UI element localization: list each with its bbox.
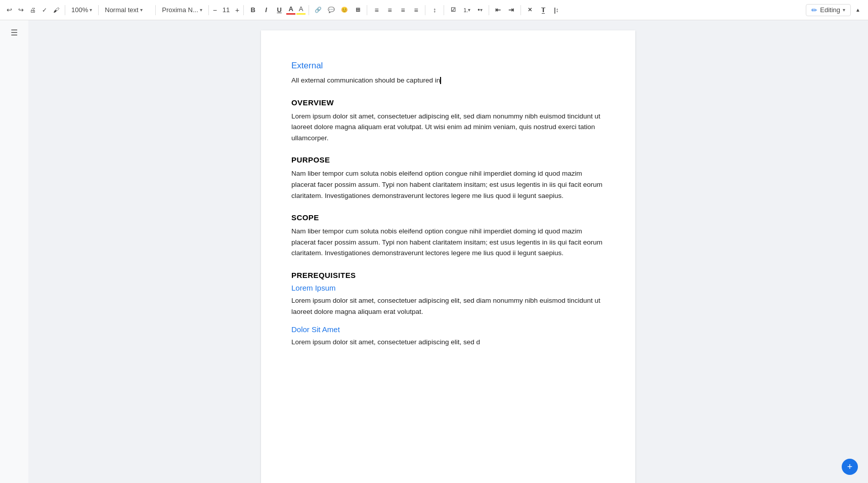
sep11 (520, 5, 521, 15)
sep7 (367, 5, 367, 15)
indent-less-button[interactable]: ⇤ (492, 4, 504, 17)
numbered-list-icon: 1. (463, 7, 468, 13)
highlight-color-button[interactable]: A (296, 5, 306, 15)
section-external: External All external communication shou… (291, 61, 605, 86)
sep10 (489, 5, 489, 15)
insert-image-button[interactable]: ⊞ (352, 4, 364, 17)
numbered-list-select[interactable]: 1. ▾ (460, 6, 473, 15)
left-sidebar: ☰ (0, 20, 28, 483)
style-select[interactable]: Normal text ▾ (102, 5, 152, 15)
plus-icon: + (847, 462, 853, 471)
font-size-increase-button[interactable]: + (234, 6, 240, 14)
font-size-input[interactable] (219, 6, 234, 14)
heading-lorem-ipsum: Lorem Ipsum (291, 284, 605, 292)
spelling-button[interactable]: ✓ (39, 5, 50, 15)
body-overview: Lorem ipsum dolor sit amet, consectetuer… (291, 111, 605, 144)
sep6 (309, 5, 309, 15)
document-page: External All external communication shou… (261, 30, 635, 483)
sep5 (243, 5, 244, 15)
body-lorem-ipsum: Lorem ipsum dolor sit amet, consectetuer… (291, 295, 605, 317)
body-scope: Nam liber tempor cum soluta nobis eleife… (291, 226, 605, 259)
heading-prerequisites: PREREQUISITES (291, 271, 605, 279)
editing-mode-button[interactable]: ✏ Editing ▾ (806, 4, 851, 16)
format-options-button[interactable]: T̲ (537, 4, 549, 17)
zoom-arrow-icon: ▾ (90, 7, 92, 13)
main-area: ☰ External All external communication sh… (0, 20, 868, 483)
subsection-lorem-ipsum: Lorem Ipsum Lorem ipsum dolor sit amet, … (291, 284, 605, 317)
sep2 (98, 5, 99, 15)
sep9 (444, 5, 444, 15)
editing-arrow-icon: ▾ (843, 7, 845, 13)
font-size-decrease-button[interactable]: − (212, 6, 218, 14)
undo-button[interactable]: ↩ (4, 5, 15, 15)
sep3 (155, 5, 156, 15)
outline-toggle-button[interactable]: ☰ (8, 26, 20, 39)
insert-comment-button[interactable]: 💬 (325, 4, 337, 17)
section-prerequisites: PREREQUISITES Lorem Ipsum Lorem ipsum do… (291, 271, 605, 348)
line-height-button[interactable]: ↕ (428, 4, 441, 17)
body-purpose: Nam liber tempor cum soluta nobis eleife… (291, 168, 605, 201)
floating-action-button[interactable]: + (842, 459, 858, 475)
zoom-select[interactable]: 100% ▾ (68, 5, 95, 15)
section-purpose: PURPOSE Nam liber tempor cum soluta nobi… (291, 155, 605, 201)
body-dolor-sit-amet: Lorem ipsum dolor sit amet, consectetuer… (291, 337, 605, 348)
align-justify-button[interactable]: ≡ (410, 4, 422, 17)
toolbar: ↩ ↪ 🖨 ✓ 🖌 100% ▾ Normal text ▾ Proxima N… (0, 0, 868, 20)
numbered-list-arrow: ▾ (468, 7, 470, 13)
font-value: Proxima N... (162, 6, 198, 14)
zoom-value: 100% (71, 6, 88, 14)
section-overview: OVERVIEW Lorem ipsum dolor sit amet, con… (291, 98, 605, 144)
section-scope: SCOPE Nam liber tempor cum soluta nobis … (291, 213, 605, 259)
editing-label: Editing (820, 6, 840, 14)
text-cursor (440, 77, 441, 84)
checklist-button[interactable]: ☑ (447, 4, 459, 17)
sep4 (208, 5, 209, 15)
body-external[interactable]: All external communication should be cap… (291, 75, 605, 86)
sep1 (65, 5, 65, 15)
paint-format-button[interactable]: 🖌 (51, 5, 62, 15)
bold-button[interactable]: B (247, 4, 259, 17)
font-size-control: − + (212, 6, 240, 14)
sep8 (425, 5, 425, 15)
align-center-button[interactable]: ≡ (383, 4, 396, 17)
bulleted-list-select[interactable]: • ▾ (474, 5, 486, 15)
body-external-text: All external communication should be cap… (291, 76, 440, 84)
text-color-button[interactable]: A (286, 5, 295, 15)
heading-purpose: PURPOSE (291, 155, 605, 164)
bulleted-list-arrow: ▾ (480, 7, 483, 13)
subsection-dolor-sit-amet: Dolor Sit Amet Lorem ipsum dolor sit ame… (291, 325, 605, 348)
font-select[interactable]: Proxima N... ▾ (159, 5, 205, 15)
more-format-button[interactable]: |↕ (550, 4, 562, 17)
collapse-toolbar-button[interactable]: ▲ (852, 4, 864, 17)
style-arrow-icon: ▾ (140, 7, 143, 13)
indent-more-button[interactable]: ⇥ (505, 4, 517, 17)
highlight-color-swatch (296, 13, 306, 15)
heading-scope: SCOPE (291, 213, 605, 222)
align-left-button[interactable]: ≡ (370, 4, 382, 17)
heading-external: External (291, 61, 605, 71)
redo-button[interactable]: ↪ (16, 5, 26, 15)
underline-button[interactable]: U (273, 4, 285, 17)
style-value: Normal text (105, 6, 138, 14)
align-right-button[interactable]: ≡ (397, 4, 409, 17)
italic-button[interactable]: I (260, 4, 272, 17)
text-color-swatch (286, 13, 295, 15)
document-area[interactable]: External All external communication shou… (28, 20, 868, 483)
insert-emoji-button[interactable]: 😊 (338, 4, 351, 17)
pen-icon: ✏ (811, 6, 817, 14)
heading-overview: OVERVIEW (291, 98, 605, 107)
heading-dolor-sit-amet: Dolor Sit Amet (291, 325, 605, 334)
insert-link-button[interactable]: 🔗 (312, 4, 324, 17)
font-arrow-icon: ▾ (200, 7, 202, 13)
print-button[interactable]: 🖨 (27, 5, 38, 15)
clear-format-button[interactable]: ✕ (524, 4, 536, 17)
